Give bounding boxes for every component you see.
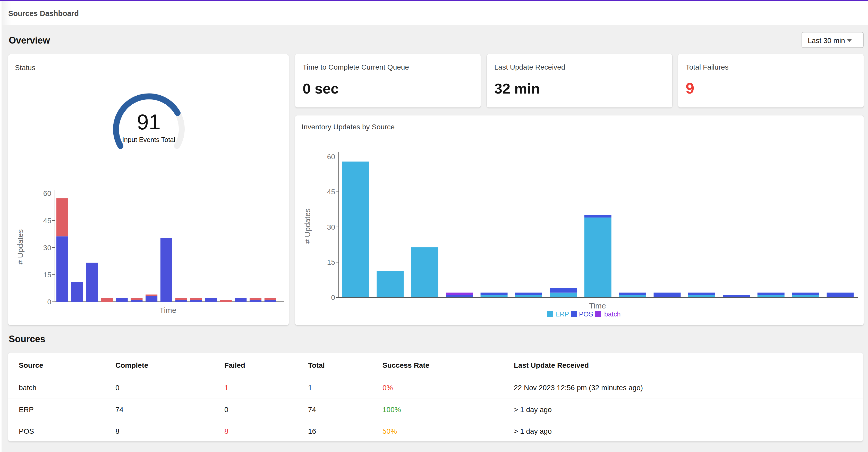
svg-text:POS: POS bbox=[579, 310, 593, 318]
svg-text:# Updates: # Updates bbox=[303, 209, 312, 244]
svg-text:60: 60 bbox=[327, 153, 335, 161]
svg-text:15: 15 bbox=[327, 258, 335, 266]
svg-text:batch: batch bbox=[604, 310, 621, 318]
svg-text:ERP: ERP bbox=[555, 310, 569, 318]
svg-text:30: 30 bbox=[327, 223, 335, 231]
svg-text:Time: Time bbox=[589, 302, 606, 310]
svg-text:0: 0 bbox=[331, 294, 335, 302]
svg-text:45: 45 bbox=[327, 188, 335, 196]
